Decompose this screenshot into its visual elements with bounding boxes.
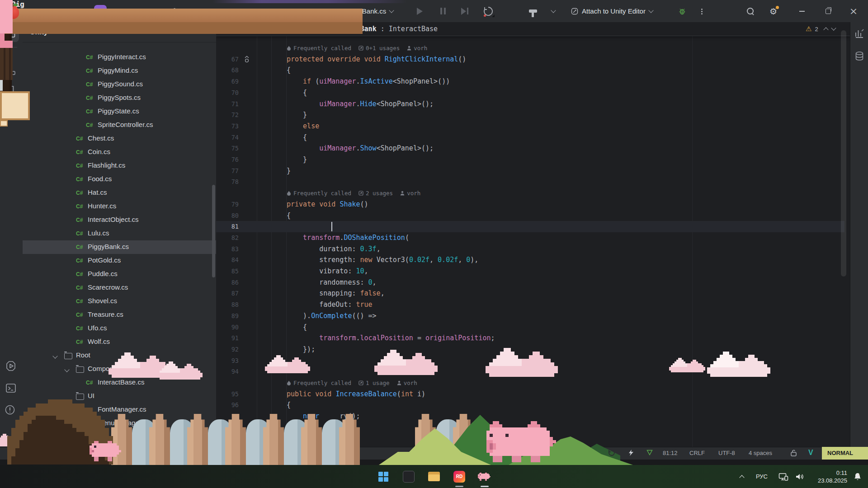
pause-button[interactable]: [439, 0, 447, 22]
pig-game-taskbar-button[interactable]: [476, 465, 494, 488]
tree-file-menumanager[interactable]: C#MenuManager.cs: [23, 417, 216, 430]
sidebar-scrollbar[interactable]: [212, 185, 215, 277]
code-vision-annotation[interactable]: Frequently called1 usagevorh: [287, 377, 417, 389]
unity-reload-icon[interactable]: [483, 0, 494, 22]
svg-text:z: z: [859, 473, 861, 476]
breadcrumb-fragment[interactable]: ank: [289, 450, 299, 457]
breadcrumb-fragment[interactable]: C#: [256, 451, 263, 457]
code-token: ry();: [340, 412, 360, 420]
tree-file-piggystate[interactable]: C#PiggyState.cs: [23, 105, 216, 118]
tree-file-puddle[interactable]: C#Puddle.cs: [23, 267, 216, 281]
prev-issue-icon[interactable]: [823, 27, 828, 32]
code-vision-annotation[interactable]: Frequently called2 usagesvorh: [287, 188, 420, 199]
database-tool-button[interactable]: [854, 51, 864, 62]
display-tray-icon[interactable]: [776, 465, 791, 488]
problems-tool-button[interactable]: [5, 404, 15, 417]
project-selector[interactable]: Dirty Piggy: [111, 0, 151, 22]
code-vision-annotation[interactable]: Frequently called0+1 usagesvorh: [287, 42, 427, 54]
tree-file-piggymind[interactable]: C#PiggyMind.cs: [23, 64, 216, 78]
tree-file-scarecrow[interactable]: C#Scarecrow.cs: [23, 281, 216, 295]
step-button[interactable]: [461, 0, 468, 22]
tree-folder-components[interactable]: Components: [23, 362, 216, 376]
bookmarks-tool-button[interactable]: [7, 85, 15, 96]
breadcrumb-fragment[interactable]: oje: [219, 450, 226, 457]
sidebar-header[interactable]: Unity: [23, 22, 216, 42]
back-icon[interactable]: ←: [50, 0, 58, 22]
tree-file-food[interactable]: C#Food.cs: [23, 173, 216, 186]
breadcrumb-fragment[interactable]: se: [146, 450, 152, 457]
run-tool-button[interactable]: [5, 360, 17, 373]
tree-file-piggyinteract[interactable]: C#PiggyInteract.cs: [23, 51, 216, 64]
tree-folder-root[interactable]: Root: [23, 349, 216, 362]
tree-file-piggyspots[interactable]: C#PiggySpots.cs: [23, 91, 216, 105]
file-tab-selector[interactable]: C# PiggyBank.cs: [335, 0, 393, 22]
rider-taskbar-button[interactable]: RD: [450, 465, 468, 488]
tree-file-interactobject[interactable]: C#InteractObject.cs: [23, 213, 216, 227]
tree-file-ufo[interactable]: C#Ufo.cs: [23, 322, 216, 335]
clock[interactable]: 0:1123.08.2025: [809, 465, 847, 488]
code-token: ),: [470, 256, 478, 264]
settings-gear-icon[interactable]: ⚙: [769, 0, 777, 22]
chevron-down-icon[interactable]: [52, 353, 57, 358]
tree-file-shovel[interactable]: C#Shovel.cs: [23, 295, 216, 308]
csharp-file-icon: C#: [76, 190, 83, 196]
tree-file-lulu[interactable]: C#Lulu.cs: [23, 227, 216, 240]
file-explorer-button[interactable]: [425, 465, 443, 488]
tree-file-piggybank[interactable]: C#PiggyBank.cs: [23, 240, 216, 254]
task-view-button[interactable]: [400, 465, 418, 488]
code-token: [323, 55, 327, 63]
tree-file-hat[interactable]: C#Hat.cs: [23, 186, 216, 200]
tree-file-wolf[interactable]: C#Wolf.cs: [23, 335, 216, 349]
chevron-down-icon[interactable]: [64, 367, 69, 372]
main-menu-icon[interactable]: ≡: [24, 0, 33, 22]
tree-file-treasure[interactable]: C#Treasure.cs: [23, 308, 216, 322]
tree-file-piggysound[interactable]: C#PiggySound.cs: [23, 78, 216, 91]
line-number: 70: [216, 87, 239, 99]
tray-expand-icon[interactable]: [733, 465, 747, 488]
run-config-selector[interactable]: Attach to Unity Editor: [571, 0, 653, 22]
tree-file-spritecontroller[interactable]: C#SpriteController.cs: [23, 118, 216, 132]
rider-logo-icon: RD: [5, 5, 17, 17]
tree-item-label: PotGold.cs: [88, 256, 121, 264]
code-token: true: [356, 300, 372, 309]
search-icon[interactable]: [747, 0, 754, 22]
branch-selector[interactable]: master: [173, 0, 211, 22]
tree-item-label: Puddle.cs: [88, 270, 118, 277]
build-hammer-icon[interactable]: [529, 0, 534, 22]
code-token: });: [303, 345, 315, 353]
tree-file-chest[interactable]: C#Chest.cs: [23, 132, 216, 145]
code-text: snapping: false,: [319, 288, 385, 299]
tree-file-fontmanager[interactable]: C#FontManager.cs: [23, 403, 216, 417]
structure-tool-button[interactable]: [6, 66, 15, 76]
tree-file-hunter[interactable]: C#Hunter.cs: [23, 200, 216, 213]
tree-file-potgold[interactable]: C#PotGold.cs: [23, 254, 216, 267]
breadcrumb-fragment[interactable]: crip: [181, 450, 190, 457]
tree-folder-ui[interactable]: UI: [23, 389, 216, 403]
project-badge[interactable]: DP: [94, 0, 107, 22]
warning-icon: ⚠: [806, 25, 811, 33]
debug-icon[interactable]: [678, 0, 686, 22]
inspection-widget[interactable]: ⚠ 2: [806, 25, 835, 33]
editor-scrollbar[interactable]: [841, 30, 846, 277]
more-tools-icon[interactable]: •••: [5, 106, 14, 114]
start-button[interactable]: [374, 465, 392, 488]
notifications-bell-icon[interactable]: z: [850, 465, 865, 488]
keyboard-language[interactable]: РУС: [751, 465, 772, 488]
tree-file-interactbase[interactable]: C#InteractBase.cs: [23, 376, 216, 389]
code-token: .: [356, 334, 360, 342]
restore-button[interactable]: [819, 0, 837, 22]
tree-file-flashlight[interactable]: C#Flashlight.cs: [23, 159, 216, 173]
chart-tool-button[interactable]: [854, 28, 864, 40]
project-tool-button[interactable]: [4, 27, 19, 42]
code-token: (): [360, 200, 368, 208]
volume-tray-icon[interactable]: [792, 465, 807, 488]
next-issue-icon[interactable]: [831, 25, 836, 30]
minimize-button[interactable]: [793, 0, 811, 22]
close-button[interactable]: ×: [844, 0, 863, 22]
chevron-down-icon[interactable]: [551, 8, 556, 13]
tree-file-coin[interactable]: C#Coin.cs: [23, 145, 216, 159]
tree-item-label: Lulu.cs: [88, 229, 109, 237]
code-editor[interactable]: Frequently called0+1 usagesvorh67protect…: [216, 22, 850, 447]
run-button[interactable]: [417, 0, 423, 22]
terminal-tool-button[interactable]: [5, 383, 16, 395]
